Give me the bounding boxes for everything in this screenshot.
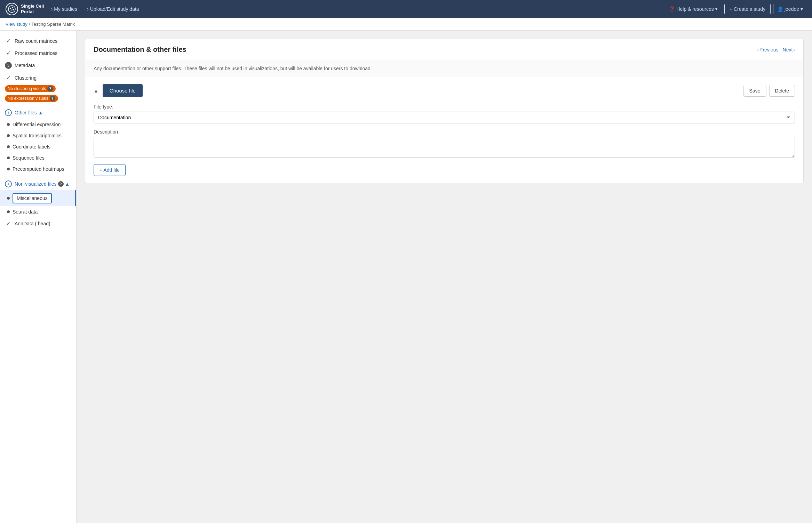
app-header: Single Cell Portal › My studies › Upload… bbox=[0, 0, 812, 18]
file-type-group: File type: DocumentationOther bbox=[94, 104, 795, 123]
sidebar-item-metadata[interactable]: 3 Metadata bbox=[0, 59, 76, 72]
main-nav: › My studies › Upload/Edit study data bbox=[47, 4, 665, 14]
nav-upload-edit[interactable]: › Upload/Edit study data bbox=[83, 4, 143, 14]
sidebar-divider-2 bbox=[0, 176, 76, 176]
logo-text: Single Cell Portal bbox=[21, 3, 44, 14]
user-menu[interactable]: 👤 joedoe ▾ bbox=[773, 4, 806, 14]
chevron-right-icon: › bbox=[51, 6, 53, 12]
previous-link[interactable]: ‹ Previous bbox=[757, 47, 778, 53]
breadcrumb: View study / Testing Sparse Matrix bbox=[0, 18, 812, 31]
sidebar-item-other-files[interactable]: + Other files ▲ bbox=[0, 106, 76, 119]
dot-icon-heatmaps bbox=[7, 168, 10, 170]
dot-icon-misc bbox=[7, 197, 10, 200]
page-title: Documentation & other files bbox=[94, 46, 186, 54]
sidebar-item-non-visualized-files[interactable]: + Non-visualized files ? ▲ bbox=[0, 178, 76, 190]
delete-button[interactable]: Delete bbox=[769, 85, 795, 97]
svg-point-0 bbox=[8, 6, 15, 13]
chevron-down-icon: ▾ bbox=[715, 7, 717, 11]
sidebar-item-spatial-transcriptomics[interactable]: Spatial transcriptomics bbox=[0, 130, 76, 141]
question-icon-non-viz: ? bbox=[58, 181, 64, 187]
chevron-up-icon-non-viz: ▲ bbox=[65, 181, 70, 187]
chevron-right-icon-2: › bbox=[87, 6, 89, 12]
content-card: Documentation & other files ‹ Previous N… bbox=[85, 39, 804, 183]
description-textarea[interactable] bbox=[94, 137, 795, 158]
file-action-buttons: Save Delete bbox=[743, 85, 795, 97]
breadcrumb-current: Testing Sparse Matrix bbox=[31, 22, 75, 27]
sidebar-item-miscellaneous[interactable]: Miscellaneous bbox=[0, 190, 76, 206]
sidebar-divider-1 bbox=[0, 105, 76, 105]
no-clustering-badge[interactable]: No clustering visuals ? bbox=[5, 85, 56, 92]
check-icon-clustering: ✓ bbox=[5, 74, 12, 81]
collapse-chevron[interactable]: ▲ bbox=[94, 88, 98, 94]
sidebar: ✓ Raw count matrices ✓ Processed matrice… bbox=[0, 31, 77, 523]
dot-icon-spatial bbox=[7, 134, 10, 137]
chevron-right-icon-next: › bbox=[793, 47, 795, 53]
sidebar-item-precomputed-heatmaps[interactable]: Precomputed heatmaps bbox=[0, 163, 76, 175]
sidebar-item-differential-expression[interactable]: Differential expression bbox=[0, 119, 76, 130]
svg-point-4 bbox=[11, 10, 12, 11]
chevron-left-icon: ‹ bbox=[757, 47, 759, 53]
check-icon-raw: ✓ bbox=[5, 38, 12, 44]
dot-icon-seurat bbox=[7, 210, 10, 213]
help-menu[interactable]: ❓ Help & resources ▾ bbox=[665, 4, 721, 14]
create-study-button[interactable]: + Create a study bbox=[724, 4, 771, 14]
question-icon-clustering: ? bbox=[47, 86, 53, 91]
description-group: Description bbox=[94, 129, 795, 159]
nav-links: ‹ Previous Next › bbox=[757, 47, 795, 53]
sidebar-item-seurat-data[interactable]: Seurat data bbox=[0, 206, 76, 217]
choose-file-button[interactable]: Choose file bbox=[103, 84, 143, 97]
other-files-label: Other files ▲ bbox=[15, 110, 43, 115]
dot-icon-seq bbox=[7, 156, 10, 159]
check-icon-anndata: ✓ bbox=[5, 220, 12, 227]
sidebar-item-clustering[interactable]: ✓ Clustering bbox=[0, 72, 76, 84]
logo[interactable]: Single Cell Portal bbox=[6, 3, 44, 15]
check-icon-processed: ✓ bbox=[5, 50, 12, 56]
svg-point-3 bbox=[13, 9, 14, 10]
dot-icon-coord bbox=[7, 145, 10, 148]
file-row-left: ▲ Choose file bbox=[94, 84, 143, 97]
num-badge-metadata: 3 bbox=[5, 62, 12, 69]
nav-my-studies[interactable]: › My studies bbox=[47, 4, 81, 14]
non-visualized-label: Non-visualized files ? ▲ bbox=[15, 181, 70, 187]
breadcrumb-separator: / bbox=[29, 22, 30, 27]
sidebar-item-no-clustering-visuals[interactable]: No clustering visuals ? bbox=[0, 84, 76, 94]
content-description: Any documentation or other support files… bbox=[85, 60, 803, 77]
header-right: ❓ Help & resources ▾ + Create a study 👤 … bbox=[665, 4, 806, 14]
chevron-up-icon-other: ▲ bbox=[38, 110, 43, 115]
sidebar-item-raw-count-matrices[interactable]: ✓ Raw count matrices bbox=[0, 35, 76, 47]
no-expression-badge[interactable]: No expression visuals ? bbox=[5, 95, 58, 102]
file-type-select[interactable]: DocumentationOther bbox=[94, 112, 795, 123]
next-link[interactable]: Next › bbox=[783, 47, 795, 53]
main-content: Documentation & other files ‹ Previous N… bbox=[77, 31, 812, 523]
sidebar-item-coordinate-labels[interactable]: Coordinate labels bbox=[0, 141, 76, 152]
file-row: ▲ Choose file Save Delete bbox=[94, 84, 795, 97]
sidebar-item-anndata[interactable]: ✓ AnnData (.h5ad) bbox=[0, 217, 76, 230]
sidebar-item-processed-matrices[interactable]: ✓ Processed matrices bbox=[0, 47, 76, 59]
file-type-label: File type: bbox=[94, 104, 795, 110]
user-icon: 👤 bbox=[777, 6, 783, 12]
plus-icon-other-files: + bbox=[5, 109, 12, 116]
miscellaneous-active-label: Miscellaneous bbox=[13, 193, 52, 203]
breadcrumb-view-study-link[interactable]: View study bbox=[6, 22, 27, 27]
svg-point-2 bbox=[12, 7, 13, 8]
main-layout: ✓ Raw count matrices ✓ Processed matrice… bbox=[0, 31, 812, 523]
dot-icon-diff-exp bbox=[7, 123, 10, 126]
plus-icon-non-viz: + bbox=[5, 180, 12, 187]
logo-icon bbox=[6, 3, 18, 15]
description-label: Description bbox=[94, 129, 795, 135]
chevron-down-icon-user: ▾ bbox=[801, 6, 803, 12]
question-icon-expression: ? bbox=[50, 96, 55, 101]
add-file-button[interactable]: + Add file bbox=[94, 164, 126, 176]
save-button[interactable]: Save bbox=[743, 85, 766, 97]
sidebar-item-no-expression-visuals[interactable]: No expression visuals ? bbox=[0, 94, 76, 103]
sidebar-item-sequence-files[interactable]: Sequence files bbox=[0, 152, 76, 163]
file-section: ▲ Choose file Save Delete bbox=[85, 77, 803, 183]
svg-point-1 bbox=[10, 8, 11, 9]
content-header: Documentation & other files ‹ Previous N… bbox=[85, 39, 803, 60]
question-circle-icon: ❓ bbox=[669, 6, 675, 12]
